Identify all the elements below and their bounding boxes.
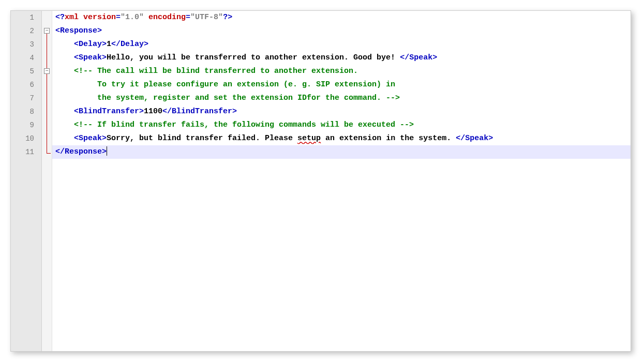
line-number: 2 bbox=[11, 24, 41, 38]
code-editor: 1 2 3 4 5 6 7 8 9 10 11 − − <?xml versio… bbox=[10, 10, 631, 352]
xml-comment: <!-- If blind transfer fails, the follow… bbox=[74, 120, 414, 129]
code-line[interactable]: To try it please configure an extension … bbox=[52, 78, 631, 92]
xml-tag: </Delay> bbox=[111, 40, 148, 49]
code-line[interactable]: <BlindTransfer>1100</BlindTransfer> bbox=[52, 105, 631, 118]
fold-toggle-icon[interactable]: − bbox=[44, 28, 50, 34]
xml-tag: <Speak> bbox=[74, 53, 107, 62]
xml-tag: <Response> bbox=[55, 26, 102, 35]
xml-tag: <Delay> bbox=[74, 40, 107, 49]
xml-text: Hello, you will be transferred to anothe… bbox=[107, 53, 400, 62]
line-number: 11 bbox=[11, 145, 41, 159]
xml-attr: encoding bbox=[144, 13, 186, 22]
code-line[interactable]: <Speak>Hello, you will be transferred to… bbox=[52, 51, 631, 65]
xml-tag: </BlindTransfer> bbox=[162, 107, 237, 116]
xml-comment: the system, register and set the extensi… bbox=[97, 94, 400, 102]
xml-eq: = bbox=[116, 13, 121, 22]
code-line[interactable]: <Delay>1</Delay> bbox=[52, 38, 631, 51]
xml-attr: xml version bbox=[65, 13, 116, 22]
line-number: 9 bbox=[11, 118, 41, 132]
xml-string: "UTF-8" bbox=[190, 13, 223, 22]
xml-tag: </Response> bbox=[55, 147, 107, 156]
line-number: 8 bbox=[11, 105, 41, 118]
code-line[interactable]: the system, register and set the extensi… bbox=[52, 92, 631, 105]
line-number-gutter: 1 2 3 4 5 6 7 8 9 10 11 bbox=[11, 11, 42, 351]
code-line[interactable]: <Response> bbox=[52, 24, 631, 38]
code-line[interactable]: <?xml version="1.0" encoding="UTF-8"?> bbox=[52, 11, 631, 24]
line-number: 10 bbox=[11, 132, 41, 145]
fold-toggle-icon[interactable]: − bbox=[44, 68, 50, 74]
line-number: 6 bbox=[11, 78, 41, 92]
xml-text: an extension in the system. bbox=[321, 134, 456, 143]
code-line[interactable]: <!-- If blind transfer fails, the follow… bbox=[52, 118, 631, 132]
fold-guide-end bbox=[47, 153, 51, 154]
xml-tag: </Speak> bbox=[400, 53, 437, 62]
xml-decl: <? bbox=[55, 13, 65, 22]
xml-tag: </Speak> bbox=[456, 134, 493, 143]
xml-text: 1 bbox=[107, 40, 111, 49]
spell-error: setup bbox=[297, 134, 321, 143]
xml-text: 1100 bbox=[144, 107, 162, 116]
code-line[interactable]: <Speak>Sorry, but blind transfer failed.… bbox=[52, 132, 631, 145]
line-number: 1 bbox=[11, 11, 41, 24]
xml-tag: <BlindTransfer> bbox=[74, 107, 144, 116]
code-area[interactable]: <?xml version="1.0" encoding="UTF-8"?> <… bbox=[52, 11, 631, 351]
code-line[interactable]: <!-- The call will be blind transferred … bbox=[52, 65, 631, 78]
xml-tag: <Speak> bbox=[74, 134, 107, 143]
xml-text: Sorry, but blind transfer failed. Please bbox=[107, 134, 297, 143]
code-line-active[interactable]: </Response> bbox=[52, 145, 631, 159]
xml-string: "1.0" bbox=[121, 13, 144, 22]
fold-guide bbox=[47, 34, 47, 153]
xml-comment: To try it please configure an extension … bbox=[97, 80, 395, 89]
line-number: 5 bbox=[11, 65, 41, 78]
text-cursor bbox=[107, 146, 107, 156]
line-number: 3 bbox=[11, 38, 41, 51]
line-number: 4 bbox=[11, 51, 41, 65]
line-number: 7 bbox=[11, 92, 41, 105]
xml-comment: <!-- The call will be blind transferred … bbox=[74, 67, 358, 76]
xml-eq: = bbox=[186, 13, 190, 22]
xml-decl: ?> bbox=[223, 13, 232, 22]
fold-gutter: − − bbox=[42, 11, 52, 351]
